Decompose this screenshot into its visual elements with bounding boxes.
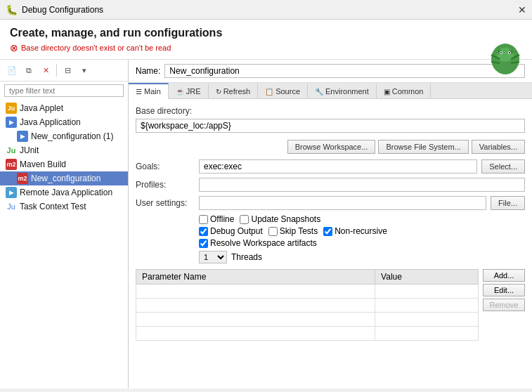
checkbox-row-1: Offline Update Snapshots [199, 214, 525, 224]
source-tab-icon: 📋 [265, 88, 273, 96]
common-tab-icon: ▣ [384, 88, 390, 96]
select-button[interactable]: Select... [481, 159, 525, 174]
remove-param-button[interactable]: Remove [483, 299, 525, 311]
checkbox-row-3: Resolve Workspace artifacts [199, 238, 525, 248]
user-settings-row: User settings: File... [136, 196, 525, 210]
maven-icon: m2 [6, 159, 17, 170]
svg-point-1 [497, 48, 514, 62]
main-content: 📄 ⧉ ✕ ⊟ ▾ Ju Java Applet ▶ Java Applicat… [0, 60, 532, 388]
user-settings-label: User settings: [136, 198, 199, 208]
svg-point-11 [509, 52, 510, 53]
name-label: Name: [136, 66, 160, 76]
tab-source[interactable]: 📋 Source [258, 83, 308, 98]
sidebar-item-new-config[interactable]: m2 New_configuration [0, 171, 128, 185]
file-button[interactable]: File... [491, 196, 525, 210]
sidebar-item-junit[interactable]: Ju JUnit [0, 143, 128, 157]
dialog-header: Create, manage, and run configurations ⊗… [0, 20, 532, 60]
profiles-label: Profiles: [136, 180, 199, 190]
debug-output-checkbox[interactable] [199, 227, 208, 236]
update-snapshots-checkbox-label[interactable]: Update Snapshots [240, 214, 320, 224]
jre-tab-icon: ☕ [176, 88, 184, 96]
param-value-header: Value [375, 270, 479, 285]
browse-workspace-button[interactable]: Browse Workspace... [287, 140, 376, 154]
dialog-title: Create, manage, and run configurations [10, 27, 522, 39]
error-message: ⊗ Base directory doesn't exist or can't … [10, 42, 522, 53]
collapse-button[interactable]: ⊟ [60, 63, 75, 78]
sidebar-item-maven-build[interactable]: m2 Maven Build [0, 157, 128, 171]
param-name-header: Parameter Name [136, 270, 375, 285]
goals-input[interactable] [199, 159, 477, 174]
skip-tests-checkbox-label[interactable]: Skip Tests [268, 226, 318, 236]
params-area: Parameter Name Value Add... Edit... Remo [136, 269, 525, 344]
debug-output-checkbox-label[interactable]: Debug Output [199, 226, 263, 236]
table-row [136, 299, 479, 313]
threads-label: Threads [231, 252, 262, 262]
tab-environment[interactable]: 🔧 Environment [308, 83, 377, 98]
tab-common[interactable]: ▣ Common [377, 83, 432, 98]
sidebar-item-java-applet[interactable]: Ju Java Applet [0, 101, 128, 115]
threads-select[interactable]: 1 2 4 [199, 251, 227, 263]
base-dir-input[interactable] [136, 119, 525, 133]
edit-param-button[interactable]: Edit... [483, 284, 525, 296]
offline-checkbox[interactable] [199, 215, 208, 224]
checkbox-row-2: Debug Output Skip Tests Non-recursive [199, 226, 525, 236]
more-button[interactable]: ▾ [77, 63, 92, 78]
error-icon: ⊗ [10, 42, 18, 53]
params-table: Parameter Name Value [136, 269, 479, 341]
base-dir-label: Base directory: [136, 106, 525, 116]
profiles-input[interactable] [199, 178, 525, 192]
toolbar-separator [56, 64, 57, 77]
title-bar: 🐛 Debug Configurations ✕ [0, 0, 532, 20]
tabs-bar: ☰ Main ☕ JRE ↻ Refresh 📋 Source 🔧 Enviro… [129, 83, 532, 99]
goals-label: Goals: [136, 162, 199, 171]
resolve-workspace-checkbox-label[interactable]: Resolve Workspace artifacts [199, 238, 317, 248]
checkboxes-section: Offline Update Snapshots Debug Output Sk… [136, 214, 525, 248]
tab-jre[interactable]: ☕ JRE [169, 83, 209, 98]
non-recursive-checkbox-label[interactable]: Non-recursive [323, 226, 387, 236]
sidebar-item-new-config-1[interactable]: ▶ New_configuration (1) [0, 129, 128, 143]
tab-refresh[interactable]: ↻ Refresh [209, 83, 259, 98]
table-row [136, 285, 479, 299]
browse-buttons: Browse Workspace... Browse File System..… [136, 140, 525, 154]
update-snapshots-checkbox[interactable] [240, 215, 249, 224]
name-bar: Name: [129, 60, 532, 83]
skip-tests-checkbox[interactable] [268, 227, 278, 236]
base-dir-section: Base directory: [136, 106, 525, 136]
svg-point-10 [500, 52, 502, 53]
tab-content-main: Base directory: Browse Workspace... Brow… [129, 99, 532, 388]
new-config-button[interactable]: 📄 [4, 63, 20, 78]
env-tab-icon: 🔧 [315, 88, 323, 96]
duplicate-button[interactable]: ⧉ [21, 63, 37, 78]
sidebar-item-java-application[interactable]: ▶ Java Application [0, 115, 128, 129]
tree-list: Ju Java Applet ▶ Java Application ▶ New_… [0, 100, 128, 388]
sidebar-item-task-context-test[interactable]: Ju Task Context Test [0, 200, 128, 214]
profiles-row: Profiles: [136, 178, 525, 192]
maven-icon-2: m2 [17, 173, 28, 184]
non-recursive-checkbox[interactable] [323, 227, 332, 236]
add-param-button[interactable]: Add... [483, 269, 525, 282]
close-button[interactable]: ✕ [518, 4, 526, 15]
refresh-tab-icon: ↻ [216, 88, 221, 96]
name-input[interactable] [164, 64, 525, 78]
offline-checkbox-label[interactable]: Offline [199, 214, 234, 224]
sidebar-item-remote-java-app[interactable]: ▶ Remote Java Application [0, 185, 128, 200]
params-buttons: Add... Edit... Remove [483, 269, 525, 344]
user-settings-input[interactable] [199, 196, 486, 210]
goals-row: Goals: Select... [136, 159, 525, 174]
tab-main[interactable]: ☰ Main [129, 83, 169, 99]
main-tab-icon: ☰ [136, 88, 142, 96]
junit-icon: Ju [6, 145, 17, 156]
title-bar-text: Debug Configurations [22, 5, 518, 15]
filter-input[interactable] [4, 84, 124, 97]
browse-filesystem-button[interactable]: Browse File System... [378, 140, 468, 154]
variables-button[interactable]: Variables... [472, 140, 525, 154]
table-row [136, 313, 479, 327]
threads-row: 1 2 4 Threads [136, 251, 525, 263]
sidebar-toolbar: 📄 ⧉ ✕ ⊟ ▾ [0, 60, 128, 81]
table-row [136, 327, 479, 341]
delete-button[interactable]: ✕ [38, 63, 53, 78]
sidebar: 📄 ⧉ ✕ ⊟ ▾ Ju Java Applet ▶ Java Applicat… [0, 60, 129, 388]
resolve-workspace-checkbox[interactable] [199, 239, 208, 248]
debug-icon: 🐛 [6, 4, 18, 15]
right-panel: Name: ☰ Main ☕ JRE ↻ Refresh 📋 Source 🔧 [129, 60, 532, 388]
